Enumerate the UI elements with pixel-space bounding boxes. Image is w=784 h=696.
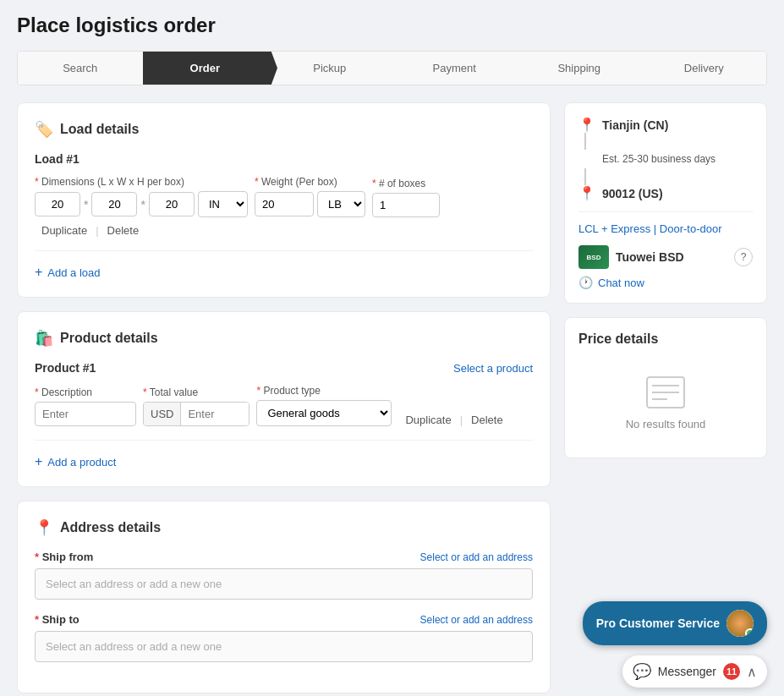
load-duplicate-link[interactable]: Duplicate: [41, 224, 87, 237]
dest-icon: 📍: [578, 185, 595, 201]
ship-to-label: * Ship to: [35, 613, 79, 626]
dim-sep-2: *: [140, 198, 145, 211]
weight-group: * Weight (Per box) LB KG: [255, 176, 365, 217]
value-input-group: USD: [143, 402, 249, 426]
add-product-button[interactable]: + Add a product: [35, 454, 533, 469]
route-connector-2: [584, 168, 586, 185]
pro-customer-service-button[interactable]: Pro Customer Service: [583, 601, 767, 645]
product-type-label: * Product type: [256, 385, 392, 397]
route-card: 📍 Tianjin (CN) Est. 25-30 business days …: [564, 102, 767, 304]
add-load-button[interactable]: + Add a load: [35, 265, 533, 280]
pro-online-badge: [745, 628, 754, 637]
step-order[interactable]: Order: [143, 52, 268, 85]
stepper: Search Order Pickup Payment Shipping Del…: [17, 51, 767, 85]
boxes-label: * # of boxes: [372, 178, 440, 189]
messenger-expand-icon[interactable]: ∧: [747, 664, 757, 680]
forwarder-logo: BSD: [578, 245, 609, 269]
load-delete-link[interactable]: Delete: [107, 224, 140, 237]
messenger-badge: 11: [723, 663, 740, 680]
product-type-select[interactable]: General goods Electronics Clothing Food …: [256, 400, 392, 426]
product-details-title: 🛍️ Product details: [35, 329, 533, 348]
currency-label: USD: [144, 403, 181, 425]
total-value-label: * Total value: [143, 386, 249, 398]
ship-from-input[interactable]: Select an address or add a new one: [35, 568, 533, 600]
route-destination: 📍 90012 (US): [578, 185, 753, 201]
product-number-label: Product #1: [35, 361, 96, 375]
route-service-type: LCL + Express | Door-to-door: [578, 222, 753, 235]
price-title: Price details: [578, 332, 753, 347]
product-divider: [35, 440, 533, 441]
route-divider: [578, 211, 753, 212]
dim-h-input[interactable]: [149, 192, 195, 216]
weight-input[interactable]: [255, 192, 314, 216]
ship-from-field: * Ship from Select or add an address Sel…: [35, 551, 533, 600]
weight-inputs-row: LB KG: [255, 191, 365, 217]
address-details-title: 📍 Address details: [35, 518, 533, 537]
boxes-input[interactable]: [372, 193, 440, 217]
step-shipping[interactable]: Shipping: [517, 52, 642, 85]
select-product-link[interactable]: Select a product: [453, 362, 533, 375]
total-value-group: * Total value USD: [143, 386, 249, 426]
step-payment[interactable]: Payment: [392, 52, 518, 85]
no-results-text: No results found: [626, 418, 706, 430]
product-form-row: * Description * Total value USD: [35, 385, 533, 426]
pro-service-label: Pro Customer Service: [596, 617, 720, 630]
add-load-plus-icon: +: [35, 265, 42, 280]
dim-inputs-row: * * IN CM: [35, 191, 248, 217]
description-group: * Description: [35, 386, 136, 426]
value-input[interactable]: [181, 403, 249, 425]
forwarder-name: Tuowei BSD: [616, 250, 727, 264]
no-results-icon: [644, 374, 688, 411]
pro-avatar: [726, 610, 754, 637]
chat-now-button[interactable]: 🕐 Chat now: [578, 276, 753, 289]
load-action-links: Duplicate | Delete: [41, 224, 139, 237]
ship-from-label: * Ship from: [35, 551, 93, 563]
route-est: Est. 25-30 business days: [602, 153, 753, 165]
add-product-plus-icon: +: [35, 454, 42, 469]
weight-label: * Weight (Per box): [255, 176, 365, 188]
dim-w-input[interactable]: [91, 192, 137, 216]
price-details-card: Price details No results found: [564, 317, 767, 458]
origin-icon: 📍: [578, 117, 595, 133]
page-title: Place logistics order: [17, 14, 767, 37]
dim-l-input[interactable]: [35, 192, 80, 216]
messenger-label: Messenger: [658, 665, 716, 678]
step-search[interactable]: Search: [18, 52, 143, 85]
load-details-card: 🏷️ Load details Load #1 * Dimensions (L …: [17, 102, 551, 298]
dim-sep-1: *: [84, 198, 88, 211]
help-icon[interactable]: ?: [734, 248, 753, 266]
load-number-label: Load #1: [35, 152, 533, 166]
ship-to-field: * Ship to Select or add an address Selec…: [35, 613, 533, 662]
dim-unit-select[interactable]: IN CM: [198, 191, 248, 217]
dimensions-label: * Dimensions (L x W x H per box): [35, 176, 248, 188]
route-connector: [584, 133, 586, 150]
load-divider: [35, 250, 533, 251]
messenger-bar[interactable]: 💬 Messenger 11 ∧: [622, 655, 767, 688]
ship-to-link[interactable]: Select or add an address: [420, 614, 533, 626]
ship-from-label-row: * Ship from Select or add an address: [35, 551, 533, 563]
weight-unit-select[interactable]: LB KG: [317, 191, 365, 217]
product-duplicate-link[interactable]: Duplicate: [405, 414, 451, 426]
ship-to-label-row: * Ship to Select or add an address: [35, 613, 533, 626]
address-details-card: 📍 Address details * Ship from Select or …: [17, 501, 551, 693]
product-details-card: 🛍️ Product details Product #1 Select a p…: [17, 311, 551, 487]
chat-icon: 🕐: [578, 276, 593, 289]
description-label: * Description: [35, 386, 136, 398]
step-delivery[interactable]: Delivery: [642, 52, 767, 85]
description-input[interactable]: [35, 402, 136, 426]
address-icon: 📍: [35, 518, 53, 537]
boxes-group: * # of boxes: [372, 178, 440, 217]
ship-from-link[interactable]: Select or add an address: [420, 551, 533, 563]
ship-to-input[interactable]: Select an address or add a new one: [35, 631, 533, 662]
no-results-section: No results found: [578, 360, 753, 444]
route-origin: 📍 Tianjin (CN): [578, 117, 753, 133]
load-form-row: * Dimensions (L x W x H per box) * * IN …: [35, 176, 533, 237]
product-action-links: Duplicate | Delete: [405, 414, 502, 426]
product-header-row: Product #1 Select a product: [35, 361, 533, 375]
forwarder-row: BSD Tuowei BSD ?: [578, 245, 753, 269]
dimensions-group: * Dimensions (L x W x H per box) * * IN …: [35, 176, 248, 217]
load-details-title: 🏷️ Load details: [35, 120, 533, 139]
step-pickup[interactable]: Pickup: [267, 52, 392, 85]
product-delete-link[interactable]: Delete: [471, 414, 503, 426]
load-icon: 🏷️: [35, 120, 53, 139]
